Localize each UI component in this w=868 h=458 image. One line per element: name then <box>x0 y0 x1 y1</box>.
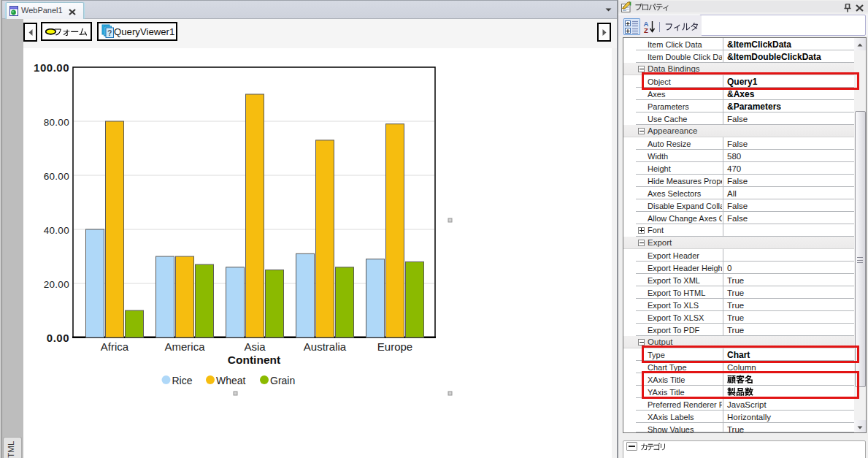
svg-text:Grain: Grain <box>270 375 295 386</box>
svg-text:0.00: 0.00 <box>47 332 69 344</box>
svg-text:Rice: Rice <box>172 375 193 386</box>
svg-text:60.00: 60.00 <box>44 171 69 182</box>
svg-text:America: America <box>164 340 205 353</box>
svg-text:80.00: 80.00 <box>44 117 69 128</box>
svg-text:Europe: Europe <box>377 340 412 353</box>
svg-text:Continent: Continent <box>228 354 280 366</box>
svg-text:Z: Z <box>644 26 648 34</box>
svg-text:Wheat: Wheat <box>216 375 246 386</box>
svg-text:20.00: 20.00 <box>44 279 69 290</box>
svg-text:Australia: Australia <box>304 340 347 353</box>
svg-text:100.00: 100.00 <box>34 61 69 74</box>
svg-text:Africa: Africa <box>101 340 129 353</box>
svg-text:40.00: 40.00 <box>44 225 69 236</box>
svg-text:Asia: Asia <box>244 340 266 353</box>
